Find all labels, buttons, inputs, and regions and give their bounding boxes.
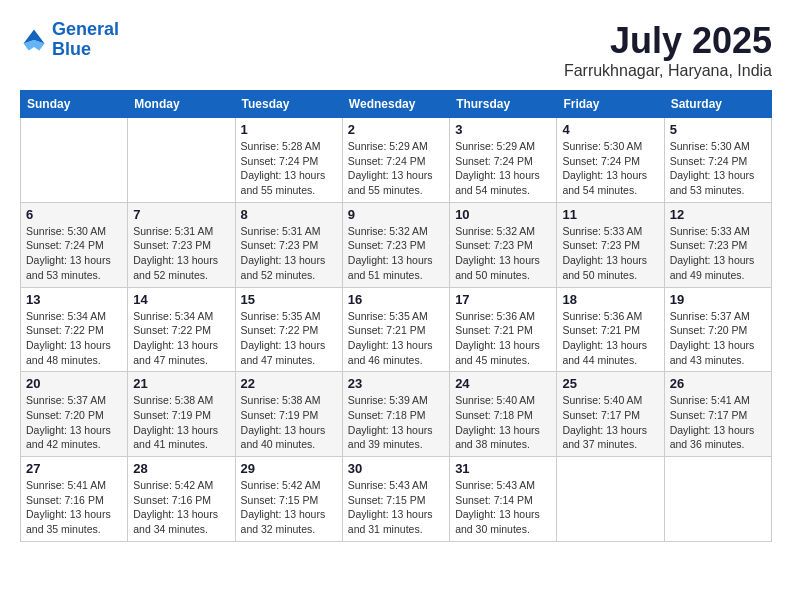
- calendar-cell-0-3: 2Sunrise: 5:29 AMSunset: 7:24 PMDaylight…: [342, 118, 449, 203]
- calendar-cell-0-1: [128, 118, 235, 203]
- day-info: Sunrise: 5:43 AMSunset: 7:15 PMDaylight:…: [348, 478, 444, 537]
- calendar-cell-3-3: 23Sunrise: 5:39 AMSunset: 7:18 PMDayligh…: [342, 372, 449, 457]
- day-info: Sunrise: 5:43 AMSunset: 7:14 PMDaylight:…: [455, 478, 551, 537]
- day-info: Sunrise: 5:40 AMSunset: 7:18 PMDaylight:…: [455, 393, 551, 452]
- calendar-cell-3-6: 26Sunrise: 5:41 AMSunset: 7:17 PMDayligh…: [664, 372, 771, 457]
- logo: General Blue: [20, 20, 119, 60]
- day-info: Sunrise: 5:42 AMSunset: 7:15 PMDaylight:…: [241, 478, 337, 537]
- day-info: Sunrise: 5:33 AMSunset: 7:23 PMDaylight:…: [670, 224, 766, 283]
- day-number: 23: [348, 376, 444, 391]
- calendar-cell-1-1: 7Sunrise: 5:31 AMSunset: 7:23 PMDaylight…: [128, 202, 235, 287]
- calendar-cell-0-5: 4Sunrise: 5:30 AMSunset: 7:24 PMDaylight…: [557, 118, 664, 203]
- calendar-table: SundayMondayTuesdayWednesdayThursdayFrid…: [20, 90, 772, 542]
- day-number: 28: [133, 461, 229, 476]
- calendar-cell-0-2: 1Sunrise: 5:28 AMSunset: 7:24 PMDaylight…: [235, 118, 342, 203]
- calendar-row-4: 27Sunrise: 5:41 AMSunset: 7:16 PMDayligh…: [21, 457, 772, 542]
- day-number: 4: [562, 122, 658, 137]
- calendar-cell-3-2: 22Sunrise: 5:38 AMSunset: 7:19 PMDayligh…: [235, 372, 342, 457]
- logo-icon: [20, 26, 48, 54]
- day-number: 9: [348, 207, 444, 222]
- calendar-row-2: 13Sunrise: 5:34 AMSunset: 7:22 PMDayligh…: [21, 287, 772, 372]
- calendar-cell-1-6: 12Sunrise: 5:33 AMSunset: 7:23 PMDayligh…: [664, 202, 771, 287]
- day-number: 7: [133, 207, 229, 222]
- weekday-header-thursday: Thursday: [450, 91, 557, 118]
- day-number: 30: [348, 461, 444, 476]
- day-number: 16: [348, 292, 444, 307]
- day-info: Sunrise: 5:30 AMSunset: 7:24 PMDaylight:…: [562, 139, 658, 198]
- day-info: Sunrise: 5:29 AMSunset: 7:24 PMDaylight:…: [348, 139, 444, 198]
- calendar-cell-4-5: [557, 457, 664, 542]
- calendar-cell-2-5: 18Sunrise: 5:36 AMSunset: 7:21 PMDayligh…: [557, 287, 664, 372]
- calendar-cell-4-6: [664, 457, 771, 542]
- day-info: Sunrise: 5:38 AMSunset: 7:19 PMDaylight:…: [241, 393, 337, 452]
- calendar-cell-3-1: 21Sunrise: 5:38 AMSunset: 7:19 PMDayligh…: [128, 372, 235, 457]
- day-number: 2: [348, 122, 444, 137]
- weekday-header-tuesday: Tuesday: [235, 91, 342, 118]
- calendar-cell-0-6: 5Sunrise: 5:30 AMSunset: 7:24 PMDaylight…: [664, 118, 771, 203]
- weekday-header-row: SundayMondayTuesdayWednesdayThursdayFrid…: [21, 91, 772, 118]
- day-info: Sunrise: 5:42 AMSunset: 7:16 PMDaylight:…: [133, 478, 229, 537]
- calendar-cell-4-0: 27Sunrise: 5:41 AMSunset: 7:16 PMDayligh…: [21, 457, 128, 542]
- day-number: 10: [455, 207, 551, 222]
- calendar-cell-2-1: 14Sunrise: 5:34 AMSunset: 7:22 PMDayligh…: [128, 287, 235, 372]
- day-number: 27: [26, 461, 122, 476]
- logo-text: General Blue: [52, 20, 119, 60]
- calendar-cell-1-2: 8Sunrise: 5:31 AMSunset: 7:23 PMDaylight…: [235, 202, 342, 287]
- day-number: 18: [562, 292, 658, 307]
- day-number: 12: [670, 207, 766, 222]
- location-title: Farrukhnagar, Haryana, India: [564, 62, 772, 80]
- calendar-cell-1-0: 6Sunrise: 5:30 AMSunset: 7:24 PMDaylight…: [21, 202, 128, 287]
- day-info: Sunrise: 5:41 AMSunset: 7:16 PMDaylight:…: [26, 478, 122, 537]
- day-number: 26: [670, 376, 766, 391]
- day-number: 5: [670, 122, 766, 137]
- page-header: General Blue July 2025 Farrukhnagar, Har…: [20, 20, 772, 80]
- day-number: 8: [241, 207, 337, 222]
- day-info: Sunrise: 5:32 AMSunset: 7:23 PMDaylight:…: [455, 224, 551, 283]
- day-number: 1: [241, 122, 337, 137]
- day-info: Sunrise: 5:37 AMSunset: 7:20 PMDaylight:…: [670, 309, 766, 368]
- calendar-row-3: 20Sunrise: 5:37 AMSunset: 7:20 PMDayligh…: [21, 372, 772, 457]
- day-number: 15: [241, 292, 337, 307]
- calendar-cell-2-3: 16Sunrise: 5:35 AMSunset: 7:21 PMDayligh…: [342, 287, 449, 372]
- day-info: Sunrise: 5:34 AMSunset: 7:22 PMDaylight:…: [133, 309, 229, 368]
- month-title: July 2025: [564, 20, 772, 62]
- calendar-cell-2-2: 15Sunrise: 5:35 AMSunset: 7:22 PMDayligh…: [235, 287, 342, 372]
- day-number: 11: [562, 207, 658, 222]
- calendar-cell-1-5: 11Sunrise: 5:33 AMSunset: 7:23 PMDayligh…: [557, 202, 664, 287]
- day-info: Sunrise: 5:36 AMSunset: 7:21 PMDaylight:…: [562, 309, 658, 368]
- day-number: 31: [455, 461, 551, 476]
- day-info: Sunrise: 5:31 AMSunset: 7:23 PMDaylight:…: [133, 224, 229, 283]
- weekday-header-monday: Monday: [128, 91, 235, 118]
- calendar-cell-4-4: 31Sunrise: 5:43 AMSunset: 7:14 PMDayligh…: [450, 457, 557, 542]
- weekday-header-friday: Friday: [557, 91, 664, 118]
- day-info: Sunrise: 5:39 AMSunset: 7:18 PMDaylight:…: [348, 393, 444, 452]
- calendar-cell-2-4: 17Sunrise: 5:36 AMSunset: 7:21 PMDayligh…: [450, 287, 557, 372]
- weekday-header-wednesday: Wednesday: [342, 91, 449, 118]
- calendar-cell-3-0: 20Sunrise: 5:37 AMSunset: 7:20 PMDayligh…: [21, 372, 128, 457]
- day-info: Sunrise: 5:40 AMSunset: 7:17 PMDaylight:…: [562, 393, 658, 452]
- calendar-cell-1-4: 10Sunrise: 5:32 AMSunset: 7:23 PMDayligh…: [450, 202, 557, 287]
- calendar-cell-0-0: [21, 118, 128, 203]
- day-number: 13: [26, 292, 122, 307]
- day-info: Sunrise: 5:38 AMSunset: 7:19 PMDaylight:…: [133, 393, 229, 452]
- calendar-cell-4-2: 29Sunrise: 5:42 AMSunset: 7:15 PMDayligh…: [235, 457, 342, 542]
- day-number: 19: [670, 292, 766, 307]
- day-number: 14: [133, 292, 229, 307]
- day-number: 29: [241, 461, 337, 476]
- day-info: Sunrise: 5:41 AMSunset: 7:17 PMDaylight:…: [670, 393, 766, 452]
- title-block: July 2025 Farrukhnagar, Haryana, India: [564, 20, 772, 80]
- day-number: 6: [26, 207, 122, 222]
- calendar-cell-4-1: 28Sunrise: 5:42 AMSunset: 7:16 PMDayligh…: [128, 457, 235, 542]
- day-number: 20: [26, 376, 122, 391]
- day-number: 25: [562, 376, 658, 391]
- day-info: Sunrise: 5:30 AMSunset: 7:24 PMDaylight:…: [670, 139, 766, 198]
- day-info: Sunrise: 5:29 AMSunset: 7:24 PMDaylight:…: [455, 139, 551, 198]
- day-number: 17: [455, 292, 551, 307]
- weekday-header-saturday: Saturday: [664, 91, 771, 118]
- day-number: 3: [455, 122, 551, 137]
- day-number: 21: [133, 376, 229, 391]
- calendar-cell-1-3: 9Sunrise: 5:32 AMSunset: 7:23 PMDaylight…: [342, 202, 449, 287]
- calendar-cell-4-3: 30Sunrise: 5:43 AMSunset: 7:15 PMDayligh…: [342, 457, 449, 542]
- calendar-cell-3-4: 24Sunrise: 5:40 AMSunset: 7:18 PMDayligh…: [450, 372, 557, 457]
- calendar-cell-2-0: 13Sunrise: 5:34 AMSunset: 7:22 PMDayligh…: [21, 287, 128, 372]
